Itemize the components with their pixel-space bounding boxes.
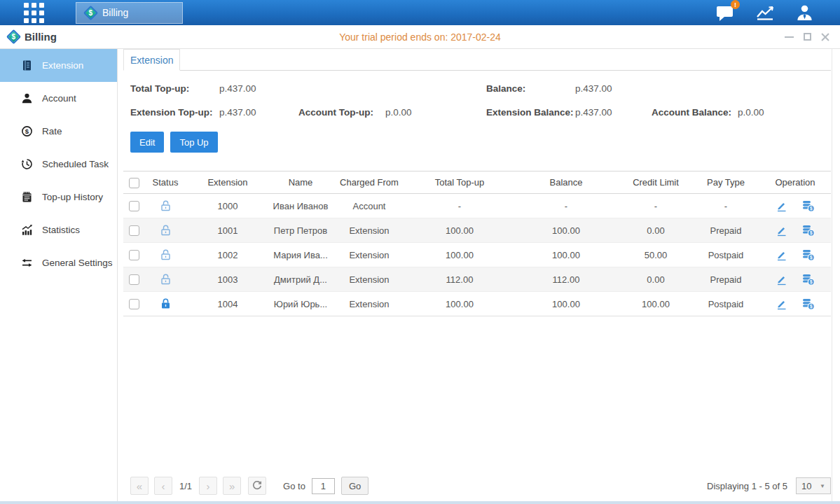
row-checkbox[interactable]: [129, 274, 139, 285]
maximize-button[interactable]: [802, 32, 812, 42]
sidebar-item-extension[interactable]: Extension: [0, 49, 117, 82]
select-all-checkbox[interactable]: [129, 178, 139, 188]
statistics-chart-icon[interactable]: [756, 4, 775, 21]
edit-row-icon[interactable]: [776, 249, 787, 261]
status-lock-icon[interactable]: [160, 200, 172, 212]
page-title: Billing: [25, 31, 57, 43]
window-bottom-strip: [0, 501, 840, 504]
next-page-button[interactable]: ›: [199, 477, 217, 495]
statistics-icon: [21, 224, 33, 236]
action-buttons: Edit Top Up: [123, 132, 831, 153]
page-size-value: 10: [801, 481, 811, 491]
row-checkbox[interactable]: [129, 201, 139, 211]
table-row: 1004 Юрий Юрь... Extension 100.00 100.00…: [123, 292, 831, 316]
top-up-row-icon[interactable]: $: [801, 248, 815, 261]
summary-extension-balance: Extension Balance:p.437.00: [486, 106, 652, 120]
top-up-row-icon[interactable]: $: [801, 273, 815, 286]
col-balance: Balance: [513, 172, 619, 194]
summary-account-topup: Account Top-up:p.0.00: [298, 106, 486, 120]
summary-panel: Total Top-up:p.437.00 Balance:p.437.00 E…: [123, 82, 831, 120]
billing-diamond-icon: $: [6, 29, 21, 44]
rate-icon: $: [21, 125, 33, 137]
messages-icon[interactable]: !: [716, 4, 735, 21]
first-page-button[interactable]: «: [130, 477, 149, 495]
billing-diamond-icon: $: [83, 5, 98, 20]
status-lock-icon[interactable]: [160, 273, 172, 286]
titlebar: $ Billing Your trial period ends on: 201…: [0, 25, 840, 49]
col-credit-limit: Credit Limit: [619, 172, 692, 194]
sidebar-item-topup-history[interactable]: Top-up History: [0, 181, 117, 214]
app-title: $ Billing: [0, 31, 57, 43]
goto-page-input[interactable]: [312, 478, 335, 494]
svg-text:$: $: [810, 206, 813, 211]
summary-total-topup: Total Top-up:p.437.00: [130, 82, 298, 96]
go-button[interactable]: Go: [341, 477, 369, 495]
sidebar-item-rate[interactable]: $ Rate: [0, 115, 117, 148]
sidebar-item-account[interactable]: Account: [0, 82, 117, 115]
extension-icon: [21, 59, 33, 71]
top-up-row-icon[interactable]: $: [801, 224, 815, 237]
svg-text:$: $: [25, 127, 29, 135]
billing-app-tab-label: Billing: [102, 7, 128, 18]
last-page-button[interactable]: »: [223, 477, 241, 495]
edit-row-icon[interactable]: [776, 298, 787, 310]
account-icon: [21, 92, 33, 104]
row-checkbox[interactable]: [129, 225, 139, 236]
table-header-row: Status Extension Name Charged From Total…: [123, 172, 831, 194]
sidebar-item-general-settings[interactable]: General Settings: [0, 246, 117, 279]
page-indicator: 1/1: [179, 481, 192, 491]
goto-label: Go to: [283, 481, 305, 491]
prev-page-button[interactable]: ‹: [154, 477, 172, 495]
edit-row-icon[interactable]: [776, 274, 787, 286]
summary-balance: Balance:p.437.00: [486, 82, 652, 96]
apps-grid-icon[interactable]: [24, 3, 44, 23]
main-content: Extension Total Top-up:p.437.00 Balance:…: [118, 49, 840, 501]
row-checkbox[interactable]: [129, 299, 139, 309]
table-row: 1003 Дмитрий Д... Extension 112.00 112.0…: [123, 267, 831, 292]
chevron-down-icon: ▼: [820, 483, 825, 489]
summary-extension-topup: Extension Top-up:p.437.00: [130, 106, 298, 120]
status-lock-icon[interactable]: [160, 248, 172, 261]
top-up-row-icon[interactable]: $: [801, 200, 815, 212]
row-checkbox[interactable]: [129, 250, 139, 260]
displaying-text: Displaying 1 - 5 of 5: [707, 481, 787, 491]
general-settings-icon: [21, 257, 33, 269]
close-button[interactable]: [820, 32, 830, 42]
billing-app-tab[interactable]: $ Billing: [76, 2, 183, 24]
col-total-topup: Total Top-up: [406, 172, 513, 194]
status-lock-icon[interactable]: [160, 298, 172, 310]
svg-text:$: $: [810, 230, 813, 236]
pagination-bar: « ‹ 1/1 › » Go to Go Displaying 1 - 5 of…: [123, 477, 831, 495]
sidebar-item-statistics[interactable]: Statistics: [0, 214, 117, 246]
tabstrip: Extension: [123, 49, 831, 71]
col-extension: Extension: [186, 172, 269, 194]
user-profile-icon[interactable]: [796, 4, 813, 22]
billing-app-window: $ Billing !: [0, 0, 840, 504]
status-lock-icon[interactable]: [160, 224, 172, 237]
summary-account-balance: Account Balance:p.0.00: [652, 106, 831, 120]
svg-text:$: $: [810, 304, 813, 309]
sidebar-item-scheduled-task[interactable]: Scheduled Task: [0, 148, 117, 181]
page-size-select[interactable]: 10 ▼: [796, 477, 831, 494]
col-status: Status: [144, 172, 186, 194]
top-up-button[interactable]: Top Up: [170, 132, 217, 153]
sidebar: Extension Account $ Rate: [0, 49, 118, 501]
table-row: 1001 Петр Петров Extension 100.00 100.00…: [123, 218, 831, 243]
refresh-button[interactable]: [248, 477, 266, 495]
notification-badge: !: [731, 0, 740, 9]
minimize-button[interactable]: [784, 32, 794, 42]
col-charged-from: Charged From: [332, 172, 406, 194]
table-row: 1002 Мария Ива... Extension 100.00 100.0…: [123, 243, 831, 267]
col-name: Name: [269, 172, 332, 194]
topbar: $ Billing !: [0, 0, 840, 25]
trial-notice: Your trial period ends on: 2017-02-24: [0, 31, 840, 43]
edit-row-icon[interactable]: [776, 200, 787, 212]
svg-text:$: $: [810, 279, 813, 285]
top-up-row-icon[interactable]: $: [801, 298, 815, 310]
edit-row-icon[interactable]: [776, 225, 787, 237]
edit-button[interactable]: Edit: [130, 132, 164, 153]
table-row: 1000 Иван Иванов Account - - - - $: [123, 194, 831, 218]
tab-extension[interactable]: Extension: [123, 49, 180, 71]
col-operation: Operation: [759, 172, 831, 194]
col-pay-type: Pay Type: [692, 172, 759, 194]
